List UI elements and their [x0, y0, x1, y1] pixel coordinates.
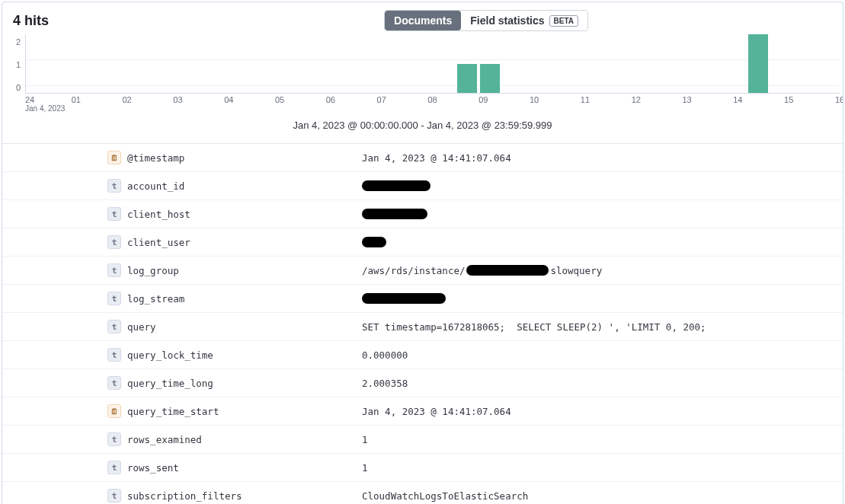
text-field-icon: t [107, 207, 121, 221]
field-name-cell: tquery_lock_time [19, 348, 362, 362]
x-tick: 04 [224, 95, 233, 104]
field-name: log_stream [127, 293, 184, 305]
field-name: subscription_filters [127, 490, 242, 502]
header-row: 4 hits Documents Field statistics BETA [2, 2, 843, 34]
field-row[interactable]: tsubscription_filtersCloudWatchLogsToEla… [2, 482, 843, 504]
field-name: query_time_start [127, 406, 219, 417]
histogram-bar[interactable] [480, 64, 500, 94]
field-name: @timestamp [127, 152, 184, 164]
x-axis: 2401020304050607080910111213141516Jan 4,… [25, 94, 840, 116]
field-name-cell: tclient_host [19, 207, 362, 221]
histogram-chart: 210 2401020304050607080910111213141516Ja… [2, 34, 843, 116]
histogram-bar[interactable] [457, 64, 477, 94]
field-name: rows_examined [127, 434, 202, 445]
x-tick: 06 [326, 95, 335, 104]
hits-summary: 4 hits [13, 13, 49, 29]
field-row[interactable]: taccount_id [2, 172, 843, 200]
field-value: Jan 4, 2023 @ 14:41:07.064 [362, 152, 843, 164]
field-value [362, 293, 843, 304]
y-axis: 210 [2, 34, 25, 94]
field-row[interactable]: tquery_lock_time0.000000 [2, 341, 843, 369]
field-value: CloudWatchLogsToElasticSearch [362, 490, 843, 502]
x-axis-sublabel: Jan 4, 2023 [25, 104, 65, 113]
field-value: /aws/rds/instance/slowquery [362, 265, 843, 276]
field-value: Jan 4, 2023 @ 14:41:07.064 [362, 406, 843, 417]
x-tick: 15 [784, 95, 793, 104]
field-name-cell: tclient_user [19, 235, 362, 249]
plot-wrap: 2401020304050607080910111213141516Jan 4,… [25, 34, 840, 116]
redacted-value [466, 265, 549, 276]
field-name-cell: 🗓query_time_start [19, 404, 362, 418]
field-name: client_host [127, 209, 190, 220]
field-name: query [127, 321, 156, 333]
y-tick: 0 [16, 83, 21, 92]
x-tick: 13 [682, 95, 691, 104]
field-row[interactable]: trows_examined1 [2, 426, 843, 454]
field-statistics-toggle[interactable]: Field statistics BETA [461, 11, 587, 30]
field-name: query_time_long [127, 378, 213, 389]
discover-panel: 4 hits Documents Field statistics BETA 2… [2, 2, 843, 504]
text-field-icon: t [107, 376, 121, 390]
field-name-cell: 🗓@timestamp [19, 151, 362, 164]
text-field-icon: t [107, 461, 121, 474]
x-tick: 08 [427, 95, 437, 104]
field-name: query_lock_time [127, 349, 213, 361]
field-value: 0.000000 [362, 349, 843, 361]
field-value [362, 180, 843, 191]
x-tick: 16 [835, 95, 843, 104]
field-row[interactable]: 🗓query_time_startJan 4, 2023 @ 14:41:07.… [2, 397, 843, 426]
field-name: account_id [127, 180, 184, 192]
field-row[interactable]: tclient_user [2, 228, 843, 257]
x-tick: 12 [632, 95, 641, 104]
field-row[interactable]: tquerySET timestamp=1672818065; SELECT S… [2, 313, 843, 341]
redacted-value [362, 209, 427, 219]
date-field-icon: 🗓 [107, 151, 121, 164]
field-name-cell: tlog_stream [19, 292, 362, 305]
redacted-value [362, 237, 386, 247]
text-field-icon: t [107, 348, 121, 362]
y-tick: 1 [16, 60, 21, 69]
field-name-cell: tlog_group [19, 263, 362, 277]
histogram-bar[interactable] [748, 34, 768, 93]
beta-badge: BETA [549, 15, 578, 27]
field-row[interactable]: tquery_time_long2.000358 [2, 369, 843, 397]
x-tick: 03 [173, 95, 182, 104]
field-value: 1 [362, 462, 843, 474]
x-tick: 02 [123, 95, 132, 104]
text-field-icon: t [107, 179, 121, 193]
field-row[interactable]: 🗓@timestampJan 4, 2023 @ 14:41:07.064 [2, 144, 843, 172]
text-field-icon: t [107, 263, 121, 277]
field-row[interactable]: tlog_stream [2, 285, 843, 313]
hits-count: 4 [13, 13, 21, 28]
text-field-icon: t [107, 292, 121, 305]
y-tick: 2 [16, 37, 21, 46]
field-row[interactable]: tlog_group/aws/rds/instance/slowquery [2, 257, 843, 285]
time-range-label: Jan 4, 2023 @ 00:00:00.000 - Jan 4, 2023… [2, 116, 843, 139]
field-row[interactable]: trows_sent1 [2, 454, 843, 482]
field-value: 2.000358 [362, 378, 843, 389]
field-name-cell: tquery_time_long [19, 376, 362, 390]
field-name-cell: tsubscription_filters [19, 489, 362, 502]
x-tick: 24 [25, 95, 34, 104]
x-tick: 10 [530, 95, 539, 104]
field-row[interactable]: tclient_host [2, 200, 843, 228]
field-value: 1 [362, 434, 843, 445]
text-field-icon: t [107, 235, 121, 249]
plot-area[interactable] [25, 34, 840, 94]
text-field-icon: t [107, 320, 121, 333]
field-name-cell: trows_sent [19, 461, 362, 474]
x-tick: 09 [479, 95, 488, 104]
hits-label: hits [24, 13, 49, 28]
field-name: client_user [127, 237, 190, 248]
x-tick: 05 [275, 95, 284, 104]
text-field-icon: t [107, 489, 121, 502]
document-fields-table: 🗓@timestampJan 4, 2023 @ 14:41:07.064tac… [2, 143, 843, 504]
redacted-value [362, 293, 446, 304]
text-field-icon: t [107, 432, 121, 446]
field-value [362, 209, 843, 219]
field-value: SET timestamp=1672818065; SELECT SLEEP(2… [362, 321, 843, 333]
field-name-cell: trows_examined [19, 432, 362, 446]
field-name-cell: taccount_id [19, 179, 362, 193]
x-tick: 01 [72, 95, 81, 104]
documents-toggle[interactable]: Documents [385, 11, 461, 30]
